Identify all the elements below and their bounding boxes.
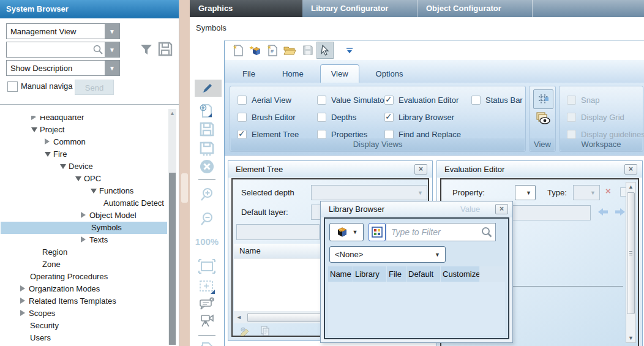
new-template-icon[interactable]: #★ xyxy=(265,43,280,58)
edit-pen-icon[interactable] xyxy=(190,81,224,96)
tree-item-related-items-templates[interactable]: Related Items Templates xyxy=(1,295,167,307)
checkbox-aerial-view[interactable]: Aerial View xyxy=(238,91,317,108)
panel-splitter[interactable] xyxy=(179,0,190,346)
page-icon[interactable] xyxy=(190,341,224,346)
tree-item-automatic-detect[interactable]: Automatic Detect xyxy=(1,197,167,209)
chevron-expanded-icon[interactable] xyxy=(91,185,99,197)
library-column-default[interactable]: Default xyxy=(406,266,440,282)
chevron-collapsed-icon[interactable] xyxy=(20,295,29,307)
chevron-collapsed-icon[interactable] xyxy=(20,307,29,320)
chevron-collapsed-icon[interactable] xyxy=(20,283,29,295)
chevron-collapsed-icon[interactable] xyxy=(45,136,53,148)
copy-icon[interactable] xyxy=(260,325,271,338)
pointer-tool-icon[interactable] xyxy=(318,43,332,58)
chevron-expanded-icon[interactable] xyxy=(45,148,53,160)
tree-item-common[interactable]: Common xyxy=(1,136,167,148)
property-dropdown[interactable]: ▼ xyxy=(515,185,536,200)
checkbox-box-value-simulator[interactable] xyxy=(317,96,326,105)
evaluation-editor-vscrollbar[interactable]: ▲ ▼ xyxy=(626,182,636,343)
checkbox-box-display-grid[interactable] xyxy=(567,113,576,122)
library-column-empty[interactable] xyxy=(480,266,504,282)
close-icon[interactable]: × xyxy=(495,204,508,214)
selected-depth-dropdown[interactable]: ▼ xyxy=(311,185,427,200)
checkbox-evaluation-editor[interactable]: Evaluation Editor xyxy=(384,91,471,108)
open-icon[interactable] xyxy=(282,43,297,58)
chevron-collapsed-icon[interactable] xyxy=(81,209,89,222)
display-layers-icon[interactable] xyxy=(535,111,551,127)
manual-navigation-checkbox[interactable] xyxy=(7,81,18,92)
checkbox-box-library-browser[interactable] xyxy=(384,113,394,122)
center-view-icon[interactable] xyxy=(190,279,224,295)
comment-icon[interactable] xyxy=(190,296,224,311)
tree-item-object-model[interactable]: Object Model xyxy=(1,209,167,222)
tree-item-opc[interactable]: OPC xyxy=(1,173,167,185)
tree-item-functions[interactable]: Functions xyxy=(1,185,167,197)
toolbar-options-icon[interactable] xyxy=(342,43,357,58)
type-dropdown[interactable]: ▼ xyxy=(573,185,600,200)
checkbox-box-status-bar[interactable] xyxy=(471,96,481,105)
tree-item-users[interactable]: Users xyxy=(1,332,167,344)
tab-library-configurator[interactable]: Library Configurator xyxy=(302,0,417,17)
tab-object-configurator[interactable]: Object Configurator xyxy=(417,0,533,17)
tab-graphics[interactable]: Graphics xyxy=(190,0,302,17)
scroll-down-icon[interactable]: ▼ xyxy=(626,334,635,342)
tree-item-scopes[interactable]: Scopes xyxy=(1,307,167,320)
checkbox-display-grid[interactable]: Display Grid xyxy=(567,108,644,126)
checkbox-library-browser[interactable]: Library Browser xyxy=(384,108,471,126)
display-mode-dropdown[interactable]: Show Description ▼ xyxy=(6,60,120,76)
arrow-left-icon[interactable] xyxy=(597,207,609,219)
tree-item-headquarter[interactable]: Headquarter xyxy=(1,116,167,124)
library-column-library[interactable]: Library xyxy=(353,266,386,282)
send-button[interactable]: Send xyxy=(75,80,114,95)
tree-item-operating-procedures[interactable]: Operating Procedures xyxy=(1,271,167,283)
zoom-level-label[interactable]: 100% xyxy=(190,236,224,247)
layer-name-field[interactable] xyxy=(236,224,320,240)
library-column-name[interactable]: Name xyxy=(328,266,353,282)
ribbon-tab-options[interactable]: Options xyxy=(365,65,414,83)
zoom-in-icon[interactable] xyxy=(190,187,224,203)
chevron-collapsed-icon[interactable] xyxy=(31,116,40,124)
chevron-expanded-icon[interactable] xyxy=(75,173,84,185)
library-column-customized[interactable]: Customized xyxy=(441,266,479,282)
ribbon-tab-view[interactable]: View xyxy=(320,64,359,83)
save-as-icon[interactable] xyxy=(190,141,224,157)
search-dropdown-icon[interactable]: ▼ xyxy=(105,42,119,57)
new-object-icon[interactable]: ★ xyxy=(248,43,263,58)
checkbox-depths[interactable]: Depths xyxy=(317,108,384,126)
checkbox-box-find-and-replace[interactable] xyxy=(384,130,394,139)
fit-to-view-icon[interactable] xyxy=(190,258,224,274)
arrow-right-icon[interactable] xyxy=(614,207,626,219)
chevron-expanded-icon[interactable] xyxy=(31,124,40,136)
scroll-left-icon[interactable]: ◄ xyxy=(236,313,242,322)
search-icon[interactable] xyxy=(478,226,495,238)
checkbox-box-brush-editor[interactable] xyxy=(238,113,247,122)
filter-icon[interactable] xyxy=(138,42,154,58)
checkbox-box-properties[interactable] xyxy=(317,130,326,139)
tree-item-fire[interactable]: Fire xyxy=(1,148,167,160)
library-column-file[interactable]: File xyxy=(387,266,406,282)
grid-view-button[interactable] xyxy=(533,89,553,109)
chevron-down-icon[interactable]: ▼ xyxy=(105,24,119,39)
library-table-body[interactable] xyxy=(328,282,505,336)
library-source-dropdown[interactable]: ▼ xyxy=(329,223,364,241)
checkbox-box-aerial-view[interactable] xyxy=(238,96,247,105)
tree-item-symbols[interactable]: Symbols xyxy=(1,222,167,234)
highlight-tool-icon[interactable] xyxy=(240,326,251,338)
checkbox-status-bar[interactable]: Status Bar xyxy=(471,91,526,108)
library-select-dropdown[interactable]: <None> ▼ xyxy=(329,246,446,263)
camera-icon[interactable] xyxy=(190,312,224,328)
tree-item-project[interactable]: Project xyxy=(1,124,167,136)
ribbon-tab-file[interactable]: File xyxy=(232,65,266,83)
tree-item-device[interactable]: Device xyxy=(1,160,167,173)
checkbox-box-snap[interactable] xyxy=(567,96,576,105)
scroll-up-icon[interactable]: ▲ xyxy=(168,109,176,118)
save-icon[interactable] xyxy=(190,121,224,137)
view-selector-dropdown[interactable]: Management View ▼ xyxy=(6,23,120,39)
tree-scrollbar[interactable]: ▲ xyxy=(168,109,176,345)
scrollbar-thumb[interactable] xyxy=(169,173,176,345)
zoom-out-icon[interactable] xyxy=(190,211,224,227)
ribbon-tab-home[interactable]: Home xyxy=(272,65,314,83)
tree-item-zone[interactable]: Zone xyxy=(1,258,167,271)
close-icon[interactable]: × xyxy=(414,164,427,175)
search-input[interactable] xyxy=(7,42,91,57)
